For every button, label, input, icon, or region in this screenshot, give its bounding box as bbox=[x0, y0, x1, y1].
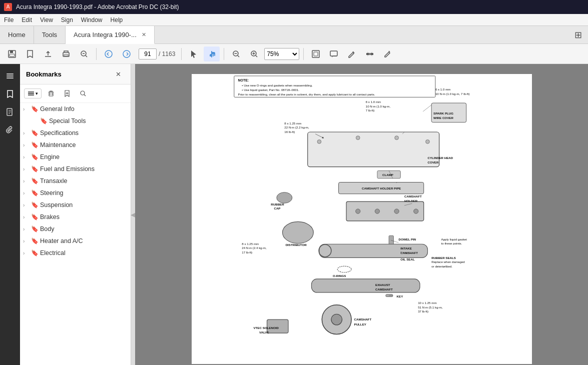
tab-home[interactable]: Home bbox=[0, 26, 34, 44]
svg-text:NOTE:: NOTE: bbox=[238, 78, 249, 82]
chevron-right-icon: › bbox=[23, 214, 29, 220]
tab-tools[interactable]: Tools bbox=[34, 26, 66, 44]
prev-page-button[interactable] bbox=[101, 46, 117, 62]
bm-heater-label: Heater and A/C bbox=[40, 238, 83, 244]
menu-edit[interactable]: Edit bbox=[22, 16, 32, 24]
bm-fuel-emissions[interactable]: › 🔖 Fuel and Emissions bbox=[20, 163, 131, 175]
save-button[interactable] bbox=[4, 46, 20, 62]
menu-window[interactable]: Window bbox=[81, 16, 103, 24]
svg-text:8 x 1.25 mm: 8 x 1.25 mm bbox=[242, 242, 259, 246]
close-bookmarks-button[interactable]: ✕ bbox=[112, 68, 125, 80]
svg-point-51 bbox=[276, 192, 292, 204]
delete-bookmark-button[interactable] bbox=[45, 88, 58, 100]
sidebar-icon-navigation[interactable] bbox=[2, 68, 18, 84]
chevron-right-icon: › bbox=[23, 202, 29, 208]
svg-rect-19 bbox=[28, 93, 34, 94]
svg-text:16 lb-ft): 16 lb-ft) bbox=[284, 130, 295, 134]
svg-text:DOWEL PIN: DOWEL PIN bbox=[398, 238, 416, 241]
bm-specifications[interactable]: › 🔖 Specifications bbox=[20, 127, 131, 139]
fit-page-button[interactable] bbox=[308, 46, 324, 62]
bm-special-tools[interactable]: 🔖 Special Tools bbox=[20, 115, 131, 127]
sidebar-icon-bookmarks[interactable] bbox=[2, 86, 18, 102]
bm-body[interactable]: › 🔖 Body bbox=[20, 223, 131, 235]
print-button[interactable] bbox=[58, 46, 74, 62]
bm-maintenance-label: Maintenance bbox=[40, 142, 76, 148]
menu-sign[interactable]: Sign bbox=[61, 16, 73, 24]
zoom-out-button[interactable] bbox=[228, 46, 244, 62]
bm-fuel-emissions-label: Fuel and Emissions bbox=[40, 166, 95, 172]
svg-text:or deteriorated.: or deteriorated. bbox=[431, 264, 452, 268]
menu-file[interactable]: File bbox=[4, 16, 14, 24]
svg-text:CAMSHAFT: CAMSHAFT bbox=[400, 251, 418, 254]
chevron-right-icon: › bbox=[23, 142, 29, 148]
svg-rect-18 bbox=[28, 92, 34, 92]
add-bookmark-button[interactable] bbox=[61, 88, 74, 100]
pdf-page: NOTE: • Use new O-rings and gaskets when… bbox=[192, 74, 532, 364]
highlight-button[interactable] bbox=[344, 46, 360, 62]
bookmark-icon: 🔖 bbox=[31, 202, 38, 208]
sidebar-icon-pages[interactable] bbox=[2, 104, 18, 120]
bm-maintenance[interactable]: › 🔖 Maintenance bbox=[20, 139, 131, 151]
svg-rect-78 bbox=[311, 279, 420, 292]
tab-overflow-button[interactable]: ⊞ bbox=[568, 26, 588, 44]
upload-button[interactable] bbox=[40, 46, 56, 62]
bm-engine[interactable]: › 🔖 Engine bbox=[20, 151, 131, 163]
bookmark-button[interactable] bbox=[22, 46, 38, 62]
chevron-right-icon: › bbox=[23, 226, 29, 232]
svg-text:37 lb-ft): 37 lb-ft) bbox=[418, 310, 428, 313]
bookmark-icon: 🔖 bbox=[31, 106, 38, 112]
menubar: File Edit View Sign Window Help bbox=[0, 14, 588, 26]
svg-text:51 N·m (5.1 kg-m,: 51 N·m (5.1 kg-m, bbox=[418, 306, 443, 309]
bm-heater[interactable]: › 🔖 Heater and A/C bbox=[20, 235, 131, 247]
svg-text:RUBBER SEALS: RUBBER SEALS bbox=[431, 256, 456, 260]
chevron-right-icon: › bbox=[23, 238, 29, 244]
svg-rect-1 bbox=[10, 50, 13, 53]
svg-text:Prior to reassembling, clean a: Prior to reassembling, clean all the par… bbox=[238, 92, 375, 96]
bm-steering-label: Steering bbox=[40, 190, 64, 196]
zoom-in-button[interactable] bbox=[246, 46, 262, 62]
separator-1 bbox=[96, 48, 97, 60]
panel-resize-handle[interactable]: ◀ bbox=[131, 64, 135, 365]
overflow-icon: ⊞ bbox=[574, 30, 582, 40]
svg-text:DISTRIBUTOR: DISTRIBUTOR bbox=[285, 243, 307, 246]
pdf-content-area[interactable]: NOTE: • Use new O-rings and gaskets when… bbox=[135, 64, 588, 365]
bm-suspension-label: Suspension bbox=[40, 202, 73, 208]
svg-point-36 bbox=[394, 136, 398, 140]
reduce-button[interactable] bbox=[76, 46, 92, 62]
bookmark-tree: › 🔖 General Info 🔖 Special Tools › 🔖 Spe… bbox=[20, 103, 131, 365]
svg-text:to these points.: to these points. bbox=[441, 242, 462, 245]
page-number-input[interactable]: 91 bbox=[139, 48, 157, 60]
svg-text:SPARK PLUG: SPARK PLUG bbox=[433, 112, 453, 115]
svg-text:10 x 1.25 mm: 10 x 1.25 mm bbox=[418, 301, 436, 304]
fill-sign-button[interactable] bbox=[380, 46, 396, 62]
svg-point-35 bbox=[356, 136, 360, 140]
svg-text:COVER: COVER bbox=[427, 160, 438, 164]
bookmark-icon: 🔖 bbox=[31, 190, 38, 196]
tab-close-button[interactable]: ✕ bbox=[142, 32, 146, 38]
cursor-tool-button[interactable] bbox=[186, 46, 202, 62]
sidebar-icon-attachments[interactable] bbox=[2, 122, 18, 138]
svg-point-56 bbox=[375, 209, 379, 214]
markup-button[interactable] bbox=[326, 46, 342, 62]
search-bookmark-button[interactable] bbox=[77, 88, 90, 100]
menu-help[interactable]: Help bbox=[111, 16, 123, 24]
bm-steering[interactable]: › 🔖 Steering bbox=[20, 187, 131, 199]
bm-suspension[interactable]: › 🔖 Suspension bbox=[20, 199, 131, 211]
svg-text:CYLINDER HEAD: CYLINDER HEAD bbox=[427, 156, 453, 160]
tab-document[interactable]: Acura Integra 1990-... ✕ bbox=[66, 26, 155, 44]
bm-electrical[interactable]: › 🔖 Electrical bbox=[20, 247, 131, 259]
bookmarks-header: Bookmarks ✕ bbox=[20, 64, 131, 84]
svg-text:O-RINGS: O-RINGS bbox=[333, 274, 346, 278]
zoom-select[interactable]: 50% 75% 100% 125% 150% 200% bbox=[264, 48, 299, 60]
tabbar: Home Tools Acura Integra 1990-... ✕ ⊞ bbox=[0, 26, 588, 44]
chevron-right-icon: › bbox=[23, 250, 29, 256]
page-total-label: / 1163 bbox=[159, 50, 175, 58]
bm-brakes[interactable]: › 🔖 Brakes bbox=[20, 211, 131, 223]
redact-button[interactable] bbox=[362, 46, 378, 62]
menu-view[interactable]: View bbox=[40, 16, 53, 24]
bm-transaxle[interactable]: › 🔖 Transaxle bbox=[20, 175, 131, 187]
next-page-button[interactable] bbox=[119, 46, 135, 62]
bm-options-dropdown[interactable]: ▾ bbox=[24, 88, 42, 98]
hand-tool-button[interactable] bbox=[204, 46, 220, 62]
bm-general-info[interactable]: › 🔖 General Info bbox=[20, 103, 131, 115]
